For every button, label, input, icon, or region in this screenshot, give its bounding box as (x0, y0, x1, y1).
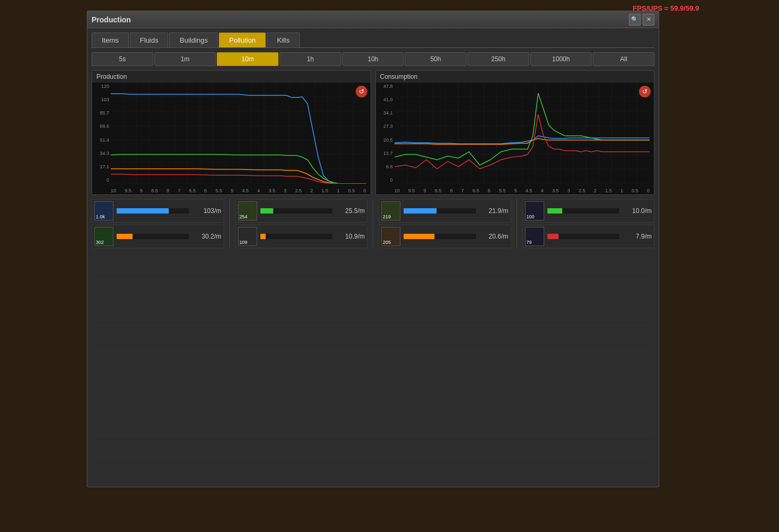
consumption-item-value-1: 21.9/m (479, 207, 509, 215)
production-item-row-4: 109 10.9/m (235, 225, 368, 248)
consumption-item-value-4: 7.9/m (622, 233, 652, 240)
production-items-panel: 1.0k 103/m 302 30.2/ (92, 199, 224, 248)
consumption-y-labels: 47.8 41.0 34.1 27.3 20.5 13.7 6.8 0 (376, 83, 394, 184)
production-items-panel-2: 254 25.5/m 109 10.9/m (235, 199, 368, 248)
time-tab-1m[interactable]: 1m (154, 52, 216, 66)
production-item-bar-1 (117, 208, 189, 214)
consumption-item-row-2: 205 20.6/m (379, 225, 511, 248)
title-buttons: 🔍 ✕ (629, 14, 654, 26)
production-item-icon-3[interactable]: 254 (238, 201, 257, 220)
y-label: 103 (93, 97, 109, 102)
tab-kills[interactable]: Kills (267, 32, 300, 47)
y-label: 0 (93, 177, 109, 183)
consumption-item-row-4: 79 7.9/m (522, 225, 655, 248)
tab-fluids[interactable]: Fluids (130, 32, 169, 47)
production-y-labels: 120 103 85.7 68.6 51.4 34.3 17.1 0 (92, 83, 110, 184)
consumption-item-bar-1 (404, 208, 476, 214)
production-chart-svg (111, 83, 366, 184)
production-item-bar-3 (260, 208, 333, 214)
production-item-icon-4[interactable]: 109 (238, 227, 257, 246)
tab-pollution[interactable]: Pollution (219, 32, 266, 47)
time-tab-all[interactable]: All (593, 52, 654, 66)
production-x-labels: 10 9.5 9 8.5 8 7 6.5 6 5.5 5 4.5 4 3.5 3… (111, 188, 366, 193)
consumption-x-labels: 10 9.5 9 8.5 8 7 6.5 6 5.5 5 4.5 4 3.5 3… (395, 188, 650, 193)
y-label: 120 (93, 84, 109, 89)
consumption-item-bar-4 (547, 234, 620, 239)
consumption-item-icon-2[interactable]: 205 (381, 227, 400, 246)
time-tab-250h[interactable]: 250h (468, 52, 529, 66)
production-chart-title: Production (92, 71, 371, 83)
consumption-chart-title: Consumption (376, 71, 654, 83)
main-tabs: Items Fluids Buildings Pollution Kills (87, 28, 659, 47)
production-item-value-1: 103/m (192, 207, 222, 215)
time-tab-10m[interactable]: 10m (217, 52, 278, 66)
y-label: 17.1 (93, 164, 109, 169)
time-tab-10h[interactable]: 10h (342, 52, 404, 66)
production-item-value-4: 10.9/m (335, 233, 365, 240)
production-item-row-2: 302 30.2/m (92, 225, 224, 248)
consumption-item-icon-3[interactable]: 100 (525, 201, 544, 220)
production-item-row-3: 254 25.5/m (235, 199, 368, 223)
consumption-item-value-2: 20.6/m (479, 233, 509, 240)
consumption-items-panel-2: 100 10.0/m 79 7.9/m (522, 199, 655, 248)
production-item-bar-4 (260, 234, 333, 239)
y-label: 68.6 (93, 124, 109, 129)
production-item-value-2: 30.2/m (192, 233, 222, 240)
production-reset-button[interactable]: ↺ (356, 86, 367, 97)
time-tab-50h[interactable]: 50h (405, 52, 466, 66)
title-bar: Production 🔍 ✕ (87, 11, 659, 28)
empty-rows-area (87, 252, 659, 487)
consumption-chart-svg (395, 83, 650, 184)
consumption-chart-panel: Consumption 47.8 41.0 34.1 27.3 20.5 13.… (375, 70, 655, 195)
time-tabs: 5s 1m 10m 1h 10h 50h 250h 1000h All (87, 48, 659, 70)
tab-items[interactable]: Items (92, 32, 129, 47)
production-item-row-1: 1.0k 103/m (92, 199, 224, 223)
consumption-reset-button[interactable]: ↺ (639, 86, 651, 97)
production-item-icon-2[interactable]: 302 (94, 227, 113, 246)
consumption-divider (516, 199, 517, 248)
consumption-item-bar-3 (547, 208, 620, 214)
tab-buildings[interactable]: Buildings (169, 32, 218, 47)
production-item-bar-2 (117, 234, 189, 239)
time-tab-1000h[interactable]: 1000h (530, 52, 592, 66)
consumption-item-value-3: 10.0/m (622, 207, 652, 215)
window-title: Production (92, 15, 131, 24)
time-tab-1h[interactable]: 1h (280, 52, 341, 66)
consumption-item-bar-2 (404, 234, 476, 239)
close-button[interactable]: ✕ (643, 14, 654, 26)
production-item-icon-1[interactable]: 1.0k (94, 201, 113, 220)
consumption-item-icon-4[interactable]: 79 (525, 227, 544, 246)
y-label: 85.7 (93, 110, 109, 116)
search-button[interactable]: 🔍 (629, 14, 641, 26)
production-chart-panel: Production 120 103 85.7 68.6 51.4 34.3 1… (92, 70, 371, 195)
production-item-value-3: 25.5/m (335, 207, 365, 215)
consumption-item-row-1: 219 21.9/m (379, 199, 511, 223)
consumption-items-panel-1: 219 21.9/m 205 20.6/m (379, 199, 511, 248)
consumption-item-icon-1[interactable]: 219 (381, 201, 400, 220)
y-label: 51.4 (93, 137, 109, 143)
items-divider (229, 199, 230, 248)
consumption-item-row-3: 100 10.0/m (522, 199, 655, 223)
y-label: 34.3 (93, 151, 109, 156)
production-chart-body: 120 103 85.7 68.6 51.4 34.3 17.1 0 (92, 83, 371, 194)
production-window: Production 🔍 ✕ Items Fluids Buildings Po… (87, 11, 659, 487)
items-area: 1.0k 103/m 302 30.2/ (87, 195, 659, 252)
charts-area: Production 120 103 85.7 68.6 51.4 34.3 1… (87, 70, 659, 195)
center-divider (373, 199, 373, 248)
consumption-chart-body: 47.8 41.0 34.1 27.3 20.5 13.7 6.8 0 (376, 83, 654, 194)
time-tab-5s[interactable]: 5s (92, 52, 153, 66)
